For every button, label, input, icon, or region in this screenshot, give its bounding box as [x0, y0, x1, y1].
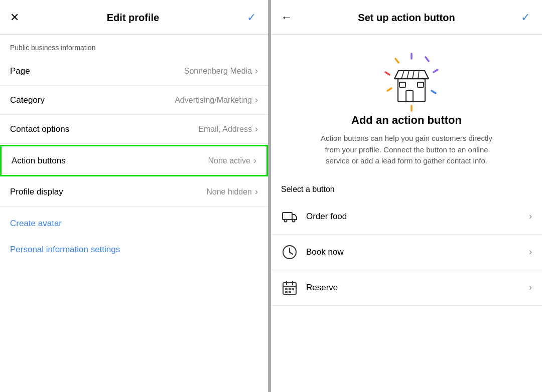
svg-rect-30 — [285, 291, 288, 293]
link-create-avatar[interactable]: Create avatar — [0, 211, 268, 237]
svg-rect-29 — [292, 288, 294, 290]
action-icon-order-food — [281, 208, 298, 225]
menu-item-contact[interactable]: Contact options Email, Address › — [0, 115, 268, 144]
action-chevron-book-now: › — [529, 247, 532, 257]
right-panel: ← Set up action button ✓ — [271, 0, 542, 392]
chevron-icon-category: › — [255, 95, 258, 105]
section-label: Public business information — [0, 35, 268, 57]
menu-item-value-page: Sonnenberg Media — [184, 67, 252, 76]
svg-rect-27 — [285, 288, 288, 290]
menu-item-value-profile-display: None hidden — [206, 187, 252, 197]
link-personal-info[interactable]: Personal information settings — [0, 237, 268, 263]
menu-item-profile-display[interactable]: Profile display None hidden › — [0, 177, 268, 207]
right-page-title: Set up action button — [358, 12, 455, 24]
select-label: Select a button — [271, 177, 542, 199]
action-label-order-food: Order food — [306, 212, 521, 222]
page-title: Edit profile — [107, 12, 159, 24]
action-label-book-now: Book now — [306, 247, 521, 257]
menu-item-label-contact: Contact options — [10, 124, 69, 134]
chevron-icon-profile-display: › — [255, 186, 258, 197]
svg-rect-9 — [406, 91, 413, 102]
action-item-reserve[interactable]: Reserve › — [271, 270, 542, 306]
svg-point-18 — [285, 219, 287, 222]
svg-line-3 — [434, 70, 438, 72]
right-save-button[interactable]: ✓ — [519, 9, 532, 26]
svg-point-19 — [293, 219, 295, 222]
hero-section: Add an action button Action buttons can … — [271, 35, 542, 177]
right-check-icon: ✓ — [521, 11, 530, 24]
hero-description: Action buttons can help you gain custome… — [316, 133, 497, 167]
svg-line-6 — [395, 59, 398, 63]
right-content: Add an action button Action buttons can … — [271, 35, 542, 392]
svg-line-2 — [385, 72, 389, 75]
svg-rect-28 — [289, 288, 291, 290]
store-icon-container — [376, 50, 437, 105]
action-chevron-reserve: › — [529, 282, 532, 293]
hero-title: Add an action button — [351, 114, 462, 127]
chevron-icon-action-buttons: › — [253, 155, 256, 166]
menu-item-label-page: Page — [10, 66, 30, 76]
svg-line-4 — [387, 88, 391, 91]
menu-item-label-action-buttons: Action buttons — [12, 156, 66, 166]
check-icon: ✓ — [247, 11, 256, 24]
svg-line-7 — [426, 57, 429, 61]
left-header: ✕ Edit profile ✓ — [0, 0, 268, 35]
menu-item-value-action-buttons: None active — [208, 156, 251, 165]
left-menu: Page Sonnenberg Media › Category Adverti… — [0, 57, 268, 207]
action-items-list: Order food › Book now › Reserve › — [271, 199, 542, 306]
action-item-order-food[interactable]: Order food › — [271, 199, 542, 235]
chevron-icon-page: › — [255, 66, 258, 76]
svg-rect-10 — [399, 82, 405, 87]
close-button[interactable]: ✕ — [8, 9, 21, 26]
action-icon-book-now — [281, 244, 298, 261]
back-icon: ← — [281, 11, 292, 24]
hero-illustration — [376, 50, 447, 115]
menu-item-page[interactable]: Page Sonnenberg Media › — [0, 57, 268, 86]
close-icon: ✕ — [10, 11, 19, 24]
menu-item-value-category: Advertising/Marketing — [175, 96, 252, 105]
action-icon-reserve — [281, 279, 298, 296]
svg-line-5 — [432, 91, 436, 93]
left-panel: ✕ Edit profile ✓ Public business informa… — [0, 0, 271, 392]
menu-item-value-contact: Email, Address — [198, 125, 252, 134]
menu-item-label-profile-display: Profile display — [10, 187, 63, 197]
menu-item-action-buttons[interactable]: Action buttons None active › — [0, 145, 268, 176]
svg-rect-31 — [289, 291, 291, 293]
action-label-reserve: Reserve — [306, 283, 521, 293]
action-item-book-now[interactable]: Book now › — [271, 235, 542, 270]
svg-rect-11 — [418, 82, 424, 87]
chevron-icon-contact: › — [255, 124, 258, 134]
back-button[interactable]: ← — [279, 9, 294, 26]
right-header: ← Set up action button ✓ — [271, 0, 542, 35]
svg-rect-17 — [283, 213, 292, 220]
menu-item-label-category: Category — [10, 95, 45, 105]
menu-item-category[interactable]: Category Advertising/Marketing › — [0, 86, 268, 115]
left-links: Create avatarPersonal information settin… — [0, 207, 268, 263]
save-button[interactable]: ✓ — [245, 9, 258, 26]
action-chevron-order-food: › — [529, 211, 532, 222]
